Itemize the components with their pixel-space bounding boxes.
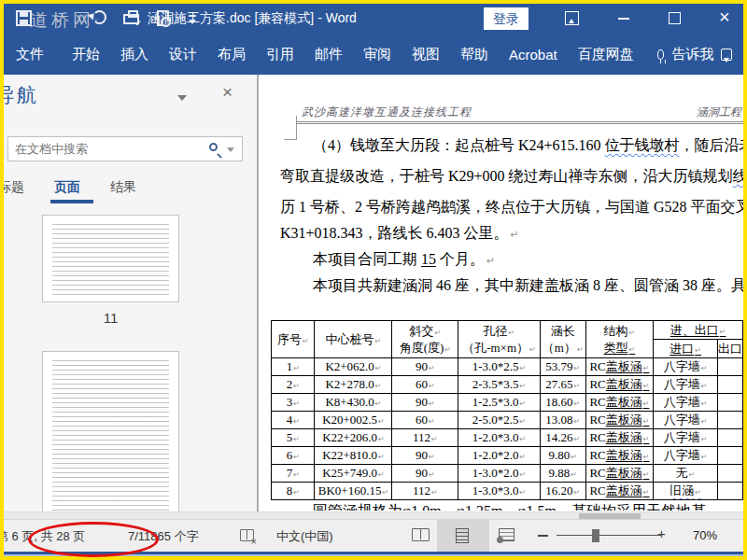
tab-home[interactable]: 开始 — [62, 42, 110, 67]
zoom-in-icon[interactable]: + — [657, 525, 666, 541]
document-canvas[interactable]: 武沙高速洋墩互通及连接线工程 涵洞工程 （4）钱墩至大历段：起点桩号 K24+6… — [261, 75, 743, 511]
tab-help[interactable]: 帮助 — [450, 42, 499, 67]
nav-tab-headings[interactable]: 标题 — [4, 179, 24, 196]
site-watermark-top: 道桥网ˇ — [30, 8, 98, 33]
thumbnail-text-lines — [52, 360, 169, 511]
thumbnail-text-lines — [52, 224, 169, 295]
title-bar: 道桥网ˇ 涵洞施工方案.doc [兼容模式] - Word 登录 × — [4, 4, 743, 34]
language-status[interactable]: 中文(中国) — [276, 528, 333, 545]
red-circle-annotation — [28, 522, 159, 557]
ribbon-tab-strip: 文件 开始 插入 设计 布局 引用 邮件 审阅 视图 帮助 Acrobat 百度… — [4, 34, 743, 75]
lightbulb-icon — [657, 49, 665, 60]
read-mode-icon[interactable] — [412, 528, 430, 541]
nav-search-box[interactable] — [7, 136, 243, 161]
clipped-text-line[interactable]: 圆管涵规格为φ1.0m、φ1.25m、φ1.5m，基础均采用天然地基。 — [313, 502, 721, 511]
tab-file[interactable]: 文件 — [6, 42, 54, 67]
tab-mailings[interactable]: 邮件 — [304, 42, 353, 67]
search-icon[interactable] — [209, 143, 218, 151]
main-region: 导航 × 标题 页面 结果 11 武沙高速洋墩互通及连接线工程 涵洞工 — [4, 75, 743, 519]
tab-review[interactable]: 审阅 — [353, 42, 402, 67]
screenshot-frame: 道桥网ˇ 涵洞施工方案.doc [兼容模式] - Word 登录 × 文件 开始… — [0, 0, 747, 560]
tab-design[interactable]: 设计 — [159, 42, 207, 67]
nav-dropdown-icon[interactable] — [177, 95, 187, 105]
login-button[interactable]: 登录 — [484, 7, 529, 30]
page-thumbnail-11[interactable] — [42, 215, 179, 302]
paragraph-line[interactable]: 弯取直提级改造，于桩号 K29+000 绕过寿山禅寺东侧，沿大历镇规划线位走向 — [280, 167, 743, 187]
paragraph-line[interactable]: K31+018.343，路线长 6.403 公里。 — [280, 224, 743, 244]
culvert-table[interactable]: 序号 中心桩号 斜交角度(度) 孔径（孔-m×m） 涵长（m） 结构类型 进、出… — [271, 320, 743, 500]
tab-references[interactable]: 引用 — [256, 42, 304, 67]
thumbnail-page-number: 11 — [42, 310, 179, 326]
navigation-pane: 导航 × 标题 页面 结果 11 — [4, 75, 259, 511]
paragraph-mark — [509, 225, 519, 241]
tab-insert[interactable]: 插入 — [110, 42, 159, 67]
table-row: 2K2+278.0602-3.5*3.527.65RC盖板涵八字墙 — [272, 376, 743, 394]
grammar-squiggle-text: 位于钱墩村 — [605, 137, 680, 153]
paragraph-line[interactable]: 本项目合同工期 15 个月。 — [280, 250, 743, 270]
web-layout-icon[interactable] — [499, 528, 514, 541]
zoom-out-icon[interactable] — [538, 535, 548, 537]
tab-view[interactable]: 视图 — [402, 42, 450, 67]
table-row: 7K25+749.0901-3.0*2.09.88RC盖板涵无 — [272, 465, 743, 483]
zoom-slider-thumb[interactable] — [592, 529, 599, 542]
table-row: 4K20+002.5602-5.0*2.513.08RC盖板涵八字墙 — [272, 412, 743, 429]
maximize-icon[interactable] — [669, 12, 681, 24]
search-dropdown-icon[interactable] — [227, 147, 234, 156]
zoom-slider-track[interactable] — [557, 535, 661, 536]
word-window: 道桥网ˇ 涵洞施工方案.doc [兼容模式] - Word 登录 × 文件 开始… — [4, 4, 743, 556]
paragraph-line[interactable]: （4）钱墩至大历段：起点桩号 K24+615.160 位于钱墩村，随后沿老路走廊 — [280, 136, 743, 156]
header-rule — [296, 121, 743, 124]
tab-acrobat[interactable]: Acrobat — [499, 43, 568, 66]
nav-tab-results[interactable]: 结果 — [110, 179, 136, 196]
table-row: 8BK0+160.151121-3.0*3.016.20RC盖板涵旧涵 — [272, 483, 743, 500]
horizontal-scrollbar[interactable] — [4, 511, 743, 519]
table-row: 6K22+810.0901-2.0*2.09.80RC盖板涵八字墙 — [272, 447, 743, 465]
zoom-level[interactable]: 70% — [693, 528, 717, 542]
close-icon[interactable]: × — [719, 7, 730, 28]
nav-close-icon[interactable]: × — [222, 82, 233, 103]
tab-baidu-netdisk[interactable]: 百度网盘 — [568, 42, 644, 67]
table-row: 5K22+206.01121-2.0*3.014.26RC盖板涵八字墙 — [272, 429, 743, 447]
tab-layout[interactable]: 布局 — [207, 42, 256, 67]
nav-pane-title: 导航 — [4, 82, 38, 108]
page-header-right: 涵洞工程 — [697, 105, 741, 120]
nav-tab-pages[interactable]: 页面 — [54, 179, 80, 196]
comment-icon[interactable] — [721, 49, 732, 61]
paragraph-mark — [485, 251, 495, 267]
paragraph-line[interactable]: 本项目共新建涵洞 46 座，其中新建盖板涵 8 座、圆管涵 38 座。具体布置如 — [280, 276, 743, 296]
search-input[interactable] — [15, 140, 188, 158]
table-header-row: 序号 中心桩号 斜交角度(度) 孔径（孔-m×m） 涵长（m） 结构类型 进、出… — [272, 321, 743, 340]
proofing-error-icon[interactable] — [240, 529, 254, 541]
minimize-icon[interactable] — [618, 18, 629, 20]
page-header-left: 武沙高速洋墩互通及连接线工程 — [302, 105, 472, 120]
grammar-squiggle-text: 线位走向 — [733, 168, 743, 184]
table-row: 1K2+062.0901-3.0*2.553.79RC盖板涵八字墙 — [272, 358, 743, 376]
nav-active-tab-indicator — [50, 200, 93, 203]
page-thumbnail-12[interactable] — [42, 351, 179, 511]
paragraph-line[interactable]: 历 1 号桥、2 号桥跨越鸬鹚溪，终点位于大历镇，与国道 G528 平面交叉，终… — [280, 198, 743, 217]
table-row: 3K8+430.0901-2.5*3.018.60RC盖板涵八字墙 — [272, 394, 743, 412]
ribbon-display-icon[interactable] — [565, 11, 579, 25]
print-layout-icon[interactable] — [456, 528, 469, 543]
tell-me-box[interactable]: 告诉我 — [664, 42, 721, 67]
